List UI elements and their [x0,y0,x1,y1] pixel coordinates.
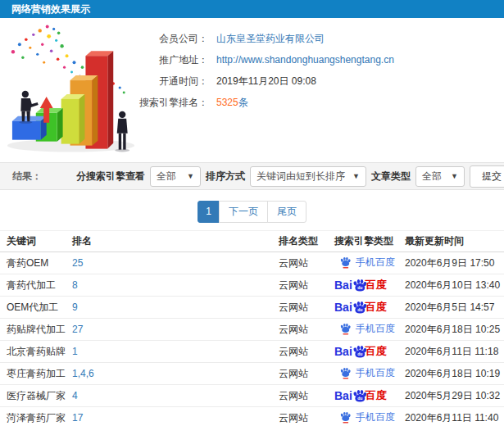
table-row: 菏泽膏药厂家 17 云网站 手机百度 2020年6月11日 11:40 [0,407,504,426]
rank-link[interactable]: 8 [72,279,78,291]
mobile-baidu-badge: 手机百度 [339,256,395,270]
mobile-baidu-paw-icon [339,367,352,379]
engine-type-cell: Baidu百度 [328,341,398,363]
table-row: 北京膏药贴牌 1 云网站 Baidu百度 2020年6月11日 11:18 [0,341,504,363]
rank-cell: 25 [66,252,272,274]
company-link[interactable]: 山东皇圣堂药业有限公司 [216,28,325,49]
rank-cell: 27 [66,319,272,341]
page-title: 网络营销效果展示 [11,3,90,15]
member-info: 会员公司： 山东皇圣堂药业有限公司 推广地址： http://www.shand… [129,18,504,113]
mobile-baidu-label: 手机百度 [356,256,395,270]
rank-link[interactable]: 4 [72,390,78,401]
rank-link[interactable]: 1,4,6 [72,368,94,379]
table-header-row: 关键词 排名 排名类型 搜索引擎类型 最新更新时间 [0,231,504,252]
engine-rank-value: 5325条 [216,92,248,113]
baidu-cn-text: 百度 [366,388,387,403]
article-type-label: 文章类型 [371,170,411,184]
company-row: 会员公司： 山东皇圣堂药业有限公司 [129,28,504,49]
mobile-baidu-paw-icon [339,256,352,269]
promo-url-link[interactable]: http://www.shandonghuangshengtang.cn [216,49,394,70]
engine-rank-row: 搜索引擎排名： 5325条 [129,92,504,113]
table-row: OEM代加工 9 云网站 Baidu百度 2020年6月5日 14:57 [0,297,504,319]
rank-type-cell: 云网站 [272,297,328,319]
keyword-cell: 膏药OEM [0,252,66,274]
rank-link[interactable]: 9 [72,301,78,313]
engine-view-label: 分搜索引擎查看 [76,170,145,184]
updated-cell: 2020年6月10日 13:40 [398,274,504,297]
rank-type-cell: 云网站 [272,274,328,297]
article-type-select[interactable]: 全部 ▼ [415,166,465,187]
rank-cell: 9 [66,297,272,319]
mobile-baidu-label: 手机百度 [356,366,395,380]
rank-cell: 1,4,6 [66,363,272,385]
result-label: 结果： [12,170,42,184]
updated-cell: 2020年6月18日 10:19 [398,363,504,385]
rank-type-cell: 云网站 [272,319,328,341]
mobile-baidu-paw-icon [339,323,352,335]
open-time-row: 开通时间： 2019年11月20日 09:08 [129,70,504,92]
engine-type-cell: 手机百度 [328,319,398,341]
article-type-value: 全部 [422,170,442,184]
updated-cell: 2020年6月5日 14:57 [398,297,504,319]
updated-cell: 2020年6月11日 11:40 [398,407,504,426]
growth-chart-illustration [2,21,152,157]
rank-link[interactable]: 1 [72,346,78,357]
rank-link[interactable]: 25 [72,257,83,269]
keyword-cell: 北京膏药贴牌 [0,341,66,363]
mobile-baidu-paw-icon [339,411,352,424]
submit-button[interactable]: 提交 [470,165,504,188]
filter-controls: 分搜索引擎查看 全部 ▼ 排序方式 关键词由短到长排序 ▼ 文章类型 全部 ▼ … [76,165,504,188]
rank-cell: 8 [66,274,272,297]
baidu-logo: Baidu百度 [334,344,387,359]
mobile-baidu-label: 手机百度 [356,322,395,336]
baidu-logo: Baidu百度 [334,300,387,315]
rank-link[interactable]: 17 [72,412,83,424]
engine-view-value: 全部 [157,170,176,184]
keyword-rank-table: 关键词 排名 排名类型 搜索引擎类型 最新更新时间 膏药OEM 25 云网站 手… [0,230,504,426]
rank-unit-link[interactable]: 条 [238,97,248,108]
keyword-cell: 枣庄膏药加工 [0,363,66,385]
col-updated: 最新更新时间 [398,231,504,252]
promo-url-row: 推广地址： http://www.shandonghuangshengtang.… [129,49,504,70]
rank-type-cell: 云网站 [272,341,328,363]
baidu-cn-text: 百度 [366,344,387,359]
mobile-baidu-badge: 手机百度 [339,322,395,336]
baidu-bai-text: Bai [334,279,352,292]
mobile-baidu-badge: 手机百度 [339,410,395,424]
rank-link[interactable]: 27 [72,324,83,335]
baidu-bai-text: Bai [334,345,352,358]
sort-select[interactable]: 关键词由短到长排序 ▼ [250,166,366,187]
updated-cell: 2020年6月9日 17:50 [398,252,504,274]
next-page-button[interactable]: 下一页 [219,201,268,223]
baidu-logo: Baidu百度 [334,278,387,292]
rank-count: 5325 [216,97,238,108]
page-header: 网络营销效果展示 [0,0,504,18]
bar-chart-clipart-icon [2,21,152,157]
updated-cell: 2020年6月11日 11:18 [398,341,504,363]
col-rank-type: 排名类型 [272,231,328,252]
keyword-cell: 医疗器械厂家 [0,385,66,407]
updated-cell: 2020年5月29日 10:32 [398,385,504,407]
engine-type-cell: Baidu百度 [328,297,398,319]
rank-cell: 1 [66,341,272,363]
table-body: 膏药OEM 25 云网站 手机百度 2020年6月9日 17:50 膏药代加工 … [0,252,504,426]
keyword-cell: OEM代加工 [0,297,66,319]
engine-view-select[interactable]: 全部 ▼ [150,166,201,187]
keyword-cell: 药贴牌代加工 [0,319,66,341]
sort-value: 关键词由短到长排序 [257,170,345,184]
engine-type-cell: 手机百度 [328,407,398,426]
keyword-cell: 膏药代加工 [0,274,66,297]
table-row: 药贴牌代加工 27 云网站 手机百度 2020年6月18日 10:25 [0,319,504,341]
page-button-current[interactable]: 1 [198,201,220,223]
baidu-logo: Baidu百度 [334,388,387,403]
table-row: 膏药代加工 8 云网站 Baidu百度 2020年6月10日 13:40 [0,274,504,297]
last-page-button[interactable]: 尾页 [267,201,306,223]
mobile-baidu-label: 手机百度 [356,410,395,424]
keyword-cell: 菏泽膏药厂家 [0,407,66,426]
baidu-du-text: du [357,396,362,401]
sort-label: 排序方式 [206,170,245,184]
bar-yellow [61,94,85,144]
engine-type-cell: Baidu百度 [328,274,398,297]
col-keyword: 关键词 [0,231,66,252]
pagination: 1 下一页 尾页 [0,201,504,223]
